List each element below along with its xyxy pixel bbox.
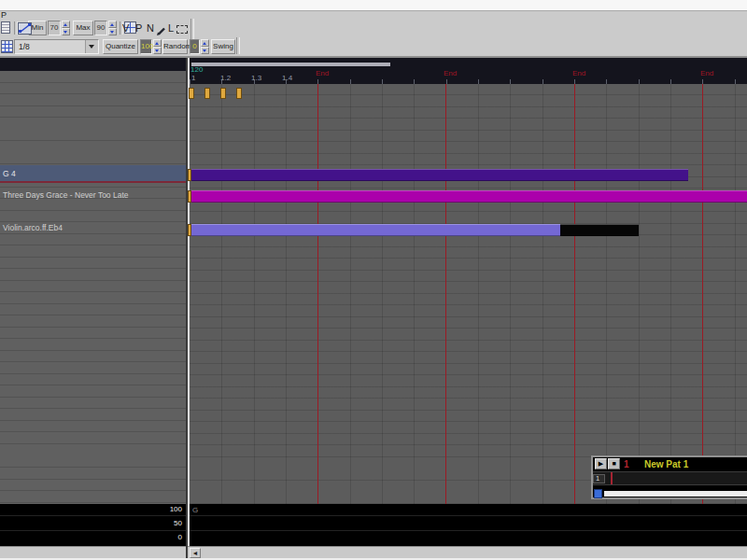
stop-icon: ■ [612,460,615,467]
pencil-icon[interactable] [156,23,166,40]
quantize-value-field[interactable]: 100 [140,39,152,54]
velocity-scale-100: 100 [0,505,182,513]
top-window-strip [0,0,747,11]
app-window: P Min 70 Max 90 V P N L 1/8 Quantize 100… [0,0,747,560]
scroll-left-button[interactable]: ◄ [190,548,201,558]
track-bar[interactable] [191,190,747,203]
grid-beat-line [478,84,479,504]
grid-beat-line [606,84,607,504]
selected-track-row[interactable] [0,165,186,181]
pattern-slider-handle[interactable] [594,489,602,498]
marquee-select-icon[interactable] [176,25,188,34]
track-label[interactable]: Three Days Grace - Never Too Late [3,190,129,200]
max-spinner[interactable] [108,21,117,35]
max-value-field[interactable]: 90 [94,21,107,35]
end-marker-label[interactable]: End [572,69,585,77]
spinner-up-icon[interactable] [201,39,209,47]
pattern-slider-track[interactable] [604,491,747,497]
timeline-beat-tick [414,79,415,84]
pan-tool-button[interactable]: P [135,22,142,34]
spinner-down-icon[interactable] [153,47,162,54]
pattern-cursor [611,472,613,484]
play-button[interactable]: ▶ [595,458,607,469]
timeline-beat-tick [670,79,671,84]
timeline-beat-tick [350,79,351,84]
horizontal-scrollbar[interactable]: ◄ [0,546,747,558]
sequencer-grid[interactable] [190,84,747,504]
spinner-down-icon[interactable] [201,47,209,54]
velocity-tool-button[interactable]: V [122,22,129,34]
grid-beat-line [221,84,222,504]
note-block[interactable] [236,88,242,99]
track-bar[interactable] [560,224,639,236]
grid-beat-line [510,84,511,504]
play-icon: ▶ [599,460,603,467]
note-block[interactable] [189,88,194,99]
grid-beat-line [382,84,383,504]
grid-beat-line [639,84,640,504]
pattern-row-number[interactable]: 1 [593,474,605,483]
note-block[interactable] [220,88,226,99]
stop-button[interactable]: ■ [608,458,620,469]
line-tool-button[interactable]: L [168,22,174,34]
end-marker-label[interactable]: End [700,69,713,77]
lane-cursor-label: G [192,506,198,514]
left-header-strip [0,58,186,71]
timeline-visible-range[interactable] [191,63,390,66]
timeline-beat-tick [190,79,190,84]
velocity-scale-0: 0 [0,533,182,541]
document-icon[interactable] [1,21,10,34]
toolbar-edge [236,37,240,54]
grid-beat-line [670,84,671,504]
quantize-button[interactable]: Quantize [103,39,138,54]
track-bar[interactable] [191,224,560,236]
snap-grid-icon[interactable] [1,40,13,53]
grid-beat-line [543,84,543,504]
velocity-scale-50: 50 [0,519,182,527]
track-label[interactable]: Violin.arco.ff.Eb4 [3,223,63,232]
end-marker-line [702,84,703,504]
velocity-lane[interactable]: 100 50 0 G [0,504,747,546]
pattern-panel[interactable]: ▶ ■ 1 New Pat 1 1 [591,455,747,499]
end-marker-label[interactable]: End [444,69,457,77]
spinner-up-icon[interactable] [108,21,117,28]
grid-size-select[interactable]: 1/8 [14,39,99,54]
spinner-up-icon[interactable] [62,21,70,28]
velocity-ramp-icon[interactable] [18,21,32,38]
grid-size-value: 1/8 [19,42,30,51]
max-button[interactable]: Max [73,21,93,35]
playhead[interactable] [188,58,190,546]
spinner-down-icon[interactable] [62,28,70,35]
random-spinner[interactable] [201,39,209,54]
random-value-field[interactable]: 0 [190,39,200,54]
quantize-spinner[interactable] [153,39,162,54]
end-marker-line [445,84,446,504]
lane-gridline [0,515,747,516]
random-button[interactable]: Random [162,39,188,54]
timeline-beat-label: 1.4 [282,74,292,82]
grid-beat-line [414,84,415,504]
timeline-beat-label: 1.2 [220,74,231,82]
track-bar[interactable] [191,169,688,181]
timeline-beat-tick [382,79,383,84]
pattern-name[interactable]: New Pat 1 [644,459,688,469]
left-arrow-icon: ◄ [192,550,199,556]
spinner-down-icon[interactable] [108,28,117,35]
selected-row-underline [0,181,186,183]
end-marker-label[interactable]: End [316,69,329,77]
grid-beat-line [254,84,255,504]
pattern-row[interactable]: 1 [593,471,747,485]
min-value-field[interactable]: 70 [48,21,61,35]
min-spinner[interactable] [62,21,70,35]
timeline-beat-tick [478,79,479,84]
end-marker-line [317,84,318,504]
swing-button[interactable]: Swing [211,39,235,54]
timeline-beat-tick [543,79,543,84]
chevron-down-icon[interactable] [85,40,98,53]
note-block[interactable] [204,88,210,99]
spinner-up-icon[interactable] [153,39,162,47]
note-tool-button[interactable]: N [147,22,154,34]
track-label[interactable]: G 4 [3,169,16,178]
timeline-beat-tick [510,79,511,84]
track-list-panel[interactable] [0,71,186,504]
